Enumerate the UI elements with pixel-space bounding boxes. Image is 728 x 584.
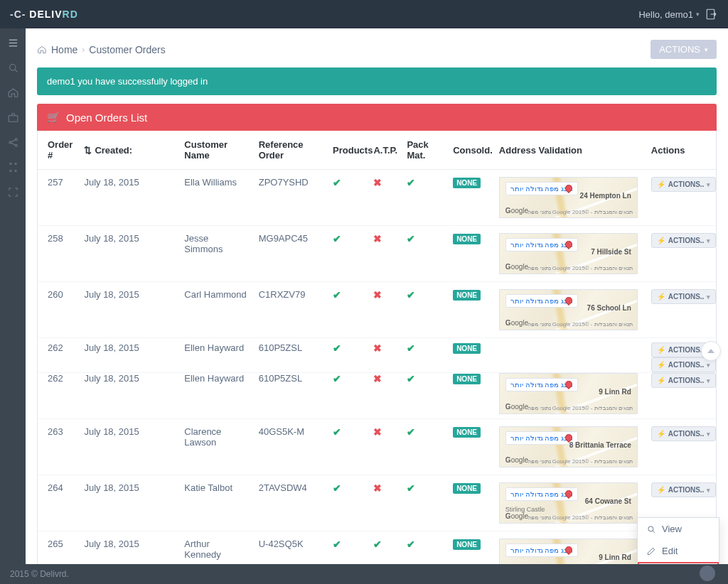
map-thumbnail[interactable]: הצג מפה גדולה יותר 8 Brittania Terrace G… — [499, 426, 638, 467]
orders-table-container: Order # ⇅Created: Customer Name Referenc… — [37, 131, 717, 564]
map-street-label: 8 Brittania Terrace — [569, 441, 631, 449]
footer: 2015 © Delivrd. — [0, 564, 728, 584]
cell-reference: 610P5ZSL — [253, 338, 327, 373]
map-copyright: תנאים והמגבלות - ©2015 Google נתוני מפה — [528, 321, 633, 328]
expand-icon[interactable] — [7, 186, 19, 198]
cell-address: הצג מפה גדולה יותר 9 Linn Rd Google תנאי… — [493, 373, 646, 419]
briefcase-icon[interactable] — [7, 112, 19, 124]
topbar: -C- DELIVRD Hello, demo1 ▾ — [0, 0, 728, 28]
dropdown-edit[interactable]: Edit — [638, 540, 719, 562]
svg-point-6 — [648, 526, 653, 531]
table-row: 262 July 18, 2015 Ellen Hayward 610P5ZSL… — [38, 373, 716, 419]
check-icon: ✔ — [333, 177, 341, 188]
search-icon[interactable] — [7, 62, 19, 74]
map-thumbnail[interactable]: הצג מפה גדולה יותר 64 Cowane St Stirling… — [499, 482, 638, 524]
dropdown-view[interactable]: View — [638, 518, 719, 540]
map-google-label: Google — [505, 319, 528, 327]
brand-logo[interactable]: -C- DELIVRD — [10, 9, 78, 20]
map-street-label: 64 Cowane St — [585, 497, 631, 505]
cell-reference: 2TAVSDW4 — [253, 475, 327, 531]
map-thumbnail[interactable]: הצג מפה גדולה יותר 24 Hempton Ln Google … — [499, 177, 638, 218]
cell-reference: 40GS5K-M — [253, 419, 327, 475]
page-actions-button[interactable]: ACTIONS ▾ — [651, 40, 717, 59]
cell-actions: ⚡ACTIONS..▾ — [646, 226, 716, 282]
col-customer[interactable]: Customer Name — [178, 131, 252, 170]
map-thumbnail[interactable]: הצג מפה גדולה יותר 76 School Ln Google ת… — [499, 289, 638, 330]
check-icon: ✔ — [407, 426, 415, 438]
cell-order: 257 — [38, 170, 78, 226]
cell-consold: NONE — [447, 531, 493, 565]
cell-created: July 18, 2015 — [78, 338, 178, 373]
row-actions-button[interactable]: ⚡ACTIONS..▾ — [651, 482, 717, 497]
cell-packmat: ✔ — [401, 419, 447, 475]
cross-icon: ✖ — [373, 233, 382, 244]
cell-atp: ✖ — [368, 170, 401, 226]
map-street-label: 9 Linn Rd — [599, 553, 631, 561]
cell-actions: ⚡ACTIONS..▾ — [646, 170, 716, 226]
cell-products: ✔ — [327, 373, 368, 419]
logout-icon[interactable] — [705, 8, 718, 21]
badge-none: NONE — [453, 427, 481, 438]
breadcrumb-home[interactable]: Home — [51, 44, 77, 55]
col-reference[interactable]: Reference Order — [253, 131, 327, 170]
row-actions-button[interactable]: ⚡ACTIONS..▾ — [651, 289, 717, 304]
cell-packmat: ✔ — [401, 373, 447, 419]
brand-part2: RD — [63, 9, 78, 20]
map-copyright: תנאים והמגבלות - ©2015 Google נתוני מפה — [528, 514, 633, 521]
row-actions-button[interactable]: ⚡ACTIONS..▾ — [651, 177, 717, 192]
menu-icon[interactable] — [7, 37, 19, 49]
row-actions-button[interactable]: ⚡ACTIONS..▾ — [651, 373, 717, 388]
bolt-icon: ⚡ — [657, 237, 665, 244]
cell-atp: ✖ — [368, 373, 401, 419]
dropdown-release[interactable]: Release — [638, 562, 719, 564]
map-street-label: 24 Hempton Ln — [580, 192, 631, 200]
map-thumbnail[interactable]: הצג מפה גדולה יותר 9 Linn Rd Google תנאי… — [499, 373, 638, 414]
col-products[interactable]: Products — [327, 131, 368, 170]
collapse-icon[interactable] — [7, 161, 19, 173]
cell-products: ✔ — [327, 475, 368, 531]
logo-glyph: -C- — [10, 9, 26, 20]
sort-icon: ⇅ — [84, 145, 92, 156]
chevron-down-icon: ▾ — [707, 181, 710, 188]
map-thumbnail[interactable]: הצג מפה גדולה יותר 7 Hillside St Google … — [499, 233, 638, 274]
share-icon[interactable] — [7, 136, 19, 148]
col-order[interactable]: Order # — [38, 131, 78, 170]
breadcrumb-current: Customer Orders — [89, 44, 165, 55]
cell-reference: C1RXZV79 — [253, 282, 327, 338]
footer-fab[interactable] — [700, 566, 715, 581]
bolt-icon: ⚡ — [657, 346, 665, 354]
row-actions-button[interactable]: ⚡ACTIONS..▾ — [651, 233, 717, 248]
col-packmat[interactable]: Pack Mat. — [401, 131, 447, 170]
map-google-label: Google — [505, 263, 528, 271]
cell-actions: ⚡ACTIONS..▾ — [646, 373, 716, 419]
cell-reference: U-42SQ5K — [253, 531, 327, 565]
check-icon: ✔ — [407, 233, 415, 244]
col-consold[interactable]: Consold. — [447, 131, 493, 170]
check-icon: ✔ — [333, 426, 341, 438]
map-street-label: 9 Linn Rd — [599, 388, 631, 396]
col-address[interactable]: Address Validation — [493, 131, 646, 170]
cell-order: 265 — [38, 531, 78, 565]
col-actions[interactable]: Actions — [646, 131, 716, 170]
row-actions-button[interactable]: ⚡ACTIONS..▾ — [651, 426, 717, 441]
table-row: 265 July 18, 2015 Arthur Kennedy U-42SQ5… — [38, 531, 716, 565]
home-icon[interactable] — [37, 45, 47, 55]
user-greeting[interactable]: Hello, demo1 ▾ — [638, 9, 700, 20]
cell-packmat: ✔ — [401, 282, 447, 338]
badge-none: NONE — [453, 539, 481, 550]
map-street-label: 76 School Ln — [587, 304, 631, 312]
map-thumbnail[interactable]: הצג מפה גדולה יותר 9 Linn Rd Google ©201… — [499, 539, 638, 564]
col-atp[interactable]: A.T.P. — [368, 131, 401, 170]
cell-address: הצג מפה גדולה יותר 8 Brittania Terrace G… — [493, 419, 646, 475]
check-icon: ✔ — [333, 373, 341, 384]
cell-packmat: ✔ — [401, 475, 447, 531]
col-created[interactable]: ⇅Created: — [78, 131, 178, 170]
map-copyright: תנאים והמגבלות - ©2015 Google נתוני מפה — [528, 209, 633, 215]
cell-customer: Ellen Hayward — [178, 373, 252, 419]
scroll-top-button[interactable] — [701, 341, 721, 361]
chevron-right-icon: › — [82, 45, 85, 55]
check-icon: ✔ — [373, 539, 382, 550]
map-google-label: Google — [505, 456, 528, 464]
home-icon[interactable] — [7, 87, 19, 99]
chevron-down-icon: ▾ — [707, 431, 710, 438]
